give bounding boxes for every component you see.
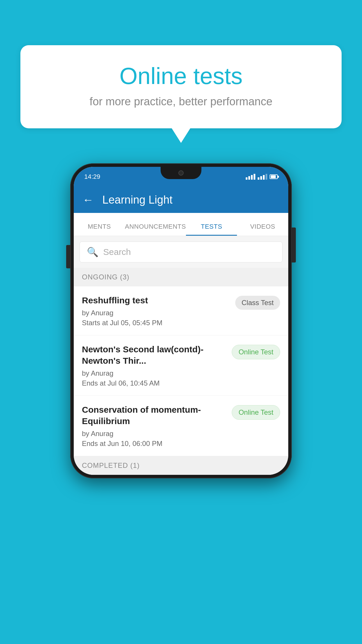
test-title-1: Reshuffling test <box>82 295 231 306</box>
speech-bubble-title: Online tests <box>44 63 318 90</box>
back-button[interactable]: ← <box>82 194 94 206</box>
phone-outer-shell: 14:29 <box>70 163 292 478</box>
tabs-bar: MENTS ANNOUNCEMENTS TESTS VIDEOS <box>74 213 288 236</box>
search-bar[interactable]: 🔍 Search <box>80 242 282 262</box>
test-title-3: Conservation of momentum-Equilibrium <box>82 404 227 427</box>
phone-device: 14:29 <box>70 163 292 478</box>
test-item-1[interactable]: Reshuffling test by Anurag Starts at Jul… <box>74 286 288 335</box>
wifi-signal-icon <box>246 174 255 180</box>
status-bar: 14:29 <box>74 167 288 187</box>
test-badge-1: Class Test <box>235 296 280 310</box>
test-author-1: by Anurag <box>82 309 231 317</box>
test-info-1: Reshuffling test by Anurag Starts at Jul… <box>82 295 231 327</box>
search-icon: 🔍 <box>87 246 99 258</box>
camera-dot <box>178 170 184 176</box>
status-icons <box>246 174 278 180</box>
tab-ments[interactable]: MENTS <box>74 223 125 236</box>
cell-signal-icon <box>258 174 267 180</box>
search-bar-container: 🔍 Search <box>74 236 288 268</box>
search-input[interactable]: Search <box>103 247 131 257</box>
speech-bubble-subtitle: for more practice, better performance <box>44 95 318 108</box>
status-time: 14:29 <box>84 173 100 181</box>
notch <box>161 167 201 179</box>
completed-section-header: COMPLETED (1) <box>74 456 288 475</box>
phone-screen: 14:29 <box>74 167 288 475</box>
test-title-2: Newton's Second law(contd)-Newton's Thir… <box>82 344 227 366</box>
test-author-3: by Anurag <box>82 430 227 438</box>
test-date-1: Starts at Jul 05, 05:45 PM <box>82 319 231 327</box>
tab-announcements[interactable]: ANNOUNCEMENTS <box>125 223 186 236</box>
test-info-2: Newton's Second law(contd)-Newton's Thir… <box>82 344 227 387</box>
speech-bubble: Online tests for more practice, better p… <box>20 45 342 128</box>
app-header: ← Learning Light <box>74 187 288 213</box>
test-badge-2: Online Test <box>232 345 280 359</box>
test-date-2: Ends at Jul 06, 10:45 AM <box>82 379 227 387</box>
tab-videos[interactable]: VIDEOS <box>237 223 288 236</box>
battery-icon <box>270 174 278 179</box>
test-item-2[interactable]: Newton's Second law(contd)-Newton's Thir… <box>74 335 288 396</box>
test-author-2: by Anurag <box>82 369 227 377</box>
test-date-3: Ends at Jun 10, 06:00 PM <box>82 440 227 448</box>
test-item-3[interactable]: Conservation of momentum-Equilibrium by … <box>74 396 288 456</box>
ongoing-section-header: ONGOING (3) <box>74 268 288 286</box>
app-header-title: Learning Light <box>102 194 173 206</box>
test-info-3: Conservation of momentum-Equilibrium by … <box>82 404 227 448</box>
test-badge-3: Online Test <box>232 405 280 420</box>
speech-bubble-container: Online tests for more practice, better p… <box>20 45 342 128</box>
tab-tests[interactable]: TESTS <box>186 223 237 236</box>
